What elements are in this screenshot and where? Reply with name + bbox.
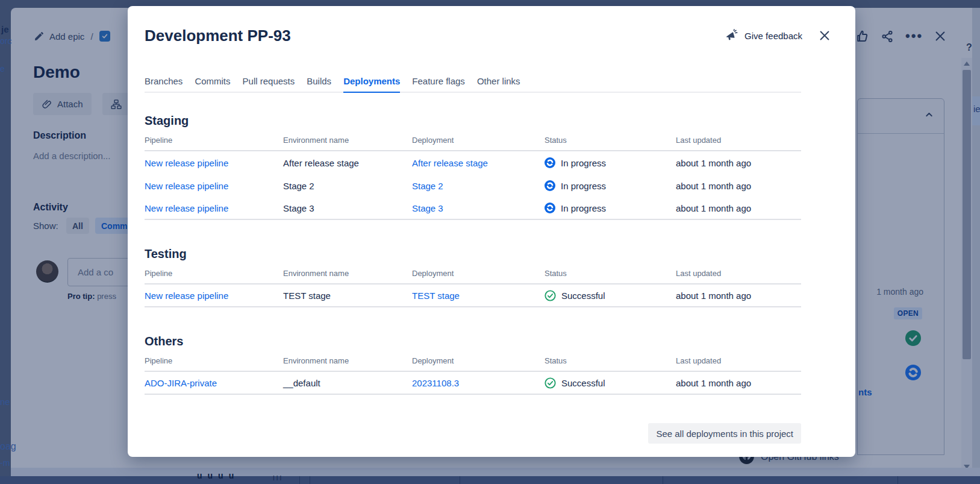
column-header: Deployment — [412, 136, 545, 145]
tab-builds[interactable]: Builds — [307, 76, 331, 92]
table-row: New release pipelineTEST stageTEST stage… — [145, 284, 801, 307]
table-row: New release pipelineStage 2Stage 2In pro… — [145, 174, 801, 197]
see-all-deployments-button[interactable]: See all deployments in this project — [648, 423, 801, 444]
column-header: Status — [545, 136, 676, 145]
give-feedback-button[interactable]: Give feedback — [744, 31, 802, 41]
column-header: Environment name — [283, 356, 412, 365]
column-header: Status — [545, 356, 676, 365]
environment-name: Stage 2 — [283, 181, 412, 191]
last-updated: about 1 month ago — [676, 181, 801, 191]
pipeline-link[interactable]: ADO-JIRA-private — [145, 378, 283, 388]
megaphone-icon — [725, 29, 738, 42]
table-header-row: PipelineEnvironment nameDeploymentStatus… — [145, 356, 801, 372]
section-title: Staging — [145, 112, 801, 129]
table-header-row: PipelineEnvironment nameDeploymentStatus… — [145, 136, 801, 151]
close-dialog-icon[interactable] — [818, 29, 831, 42]
tab-feature-flags[interactable]: Feature flags — [412, 76, 465, 92]
column-header: Deployment — [412, 356, 545, 365]
dialog-title: Development PP-93 — [145, 27, 291, 45]
table-row: New release pipelineAfter release stageA… — [145, 151, 801, 174]
status-label: In progress — [561, 181, 606, 191]
column-header: Environment name — [283, 136, 412, 145]
section-testing: TestingPipelineEnvironment nameDeploymen… — [145, 245, 801, 307]
pipeline-link[interactable]: New release pipeline — [145, 181, 283, 191]
status-cell: In progress — [545, 157, 676, 168]
column-header: Last updated — [676, 356, 801, 365]
environment-name: After release stage — [283, 158, 412, 168]
tab-deployments[interactable]: Deployments — [343, 76, 400, 93]
section-staging: StagingPipelineEnvironment nameDeploymen… — [145, 112, 801, 220]
column-header: Status — [545, 269, 676, 278]
pipeline-link[interactable]: New release pipeline — [145, 291, 283, 301]
environment-name: TEST stage — [283, 291, 412, 301]
status-cell: In progress — [545, 180, 676, 191]
deployment-link[interactable]: TEST stage — [412, 291, 545, 301]
tab-branches[interactable]: Branches — [145, 76, 183, 92]
in-progress-icon — [545, 157, 555, 168]
section-title: Testing — [145, 245, 801, 262]
tab-other-links[interactable]: Other links — [477, 76, 520, 92]
column-header: Deployment — [412, 269, 545, 278]
environment-name: __default — [283, 378, 412, 388]
in-progress-icon — [545, 203, 555, 213]
last-updated: about 1 month ago — [676, 378, 801, 388]
section-title: Others — [145, 333, 801, 350]
column-header: Pipeline — [145, 356, 283, 365]
column-header: Pipeline — [145, 136, 283, 145]
tab-commits[interactable]: Commits — [195, 76, 230, 92]
deployment-link[interactable]: After release stage — [412, 158, 545, 168]
deployment-link[interactable]: 20231108.3 — [412, 378, 545, 388]
last-updated: about 1 month ago — [676, 203, 801, 213]
status-label: In progress — [561, 203, 606, 213]
tab-pull-requests[interactable]: Pull requests — [243, 76, 295, 92]
last-updated: about 1 month ago — [676, 291, 801, 301]
status-label: Successful — [561, 291, 605, 301]
column-header: Pipeline — [145, 269, 283, 278]
status-cell: Successful — [545, 290, 676, 301]
development-dialog: Development PP-93 Give feedback Branches… — [128, 6, 855, 457]
status-cell: Successful — [545, 377, 676, 389]
dialog-tabs: BranchesCommitsPull requestsBuildsDeploy… — [145, 76, 801, 93]
success-icon — [545, 290, 556, 301]
last-updated: about 1 month ago — [676, 158, 801, 168]
pipeline-link[interactable]: New release pipeline — [145, 203, 283, 213]
column-header: Environment name — [283, 269, 412, 278]
table-row: ADO-JIRA-private__default20231108.3Succe… — [145, 372, 801, 395]
status-label: Successful — [561, 378, 605, 388]
table-header-row: PipelineEnvironment nameDeploymentStatus… — [145, 269, 801, 284]
table-row: New release pipelineStage 3Stage 3In pro… — [145, 197, 801, 220]
deployment-link[interactable]: Stage 2 — [412, 181, 545, 191]
column-header: Last updated — [676, 269, 801, 278]
pipeline-link[interactable]: New release pipeline — [145, 158, 283, 168]
column-header: Last updated — [676, 136, 801, 145]
in-progress-icon — [545, 180, 555, 191]
deployments-content: StagingPipelineEnvironment nameDeploymen… — [145, 112, 801, 420]
environment-name: Stage 3 — [283, 203, 412, 213]
deployment-link[interactable]: Stage 3 — [412, 203, 545, 213]
status-label: In progress — [561, 158, 606, 168]
section-others: OthersPipelineEnvironment nameDeployment… — [145, 333, 801, 395]
success-icon — [545, 377, 556, 389]
status-cell: In progress — [545, 203, 676, 213]
